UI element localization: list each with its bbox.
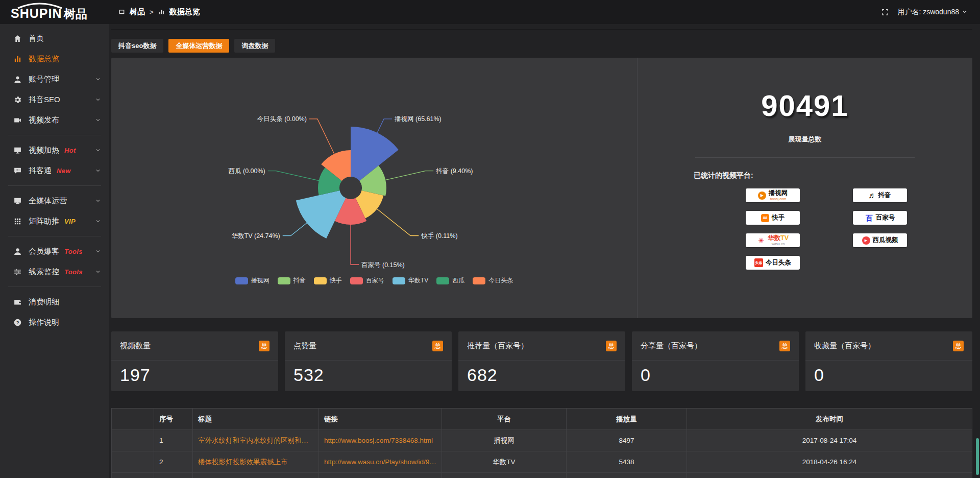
sidebar-item-抖音SEO[interactable]: 抖音SEO [0,89,109,110]
wasu-logo-icon: ✳ [757,236,765,245]
cell-index: 2 [154,451,193,473]
pie-label-抖音: 抖音 (9.40%) [435,168,473,175]
stat-card-value: 0 [632,361,799,385]
sidebar-item-会员爆客[interactable]: 会员爆客Tools [0,241,109,261]
legend-item-西瓜[interactable]: 西瓜 [436,276,464,285]
platform-badge-百家号: 百百家号 [853,211,907,225]
question-icon: ? [13,318,22,327]
platforms-title: 已统计的视频平台: [694,171,972,180]
legend-item-播视网[interactable]: 播视网 [235,276,270,285]
cell-checkbox [112,451,154,473]
chevron-down-icon [95,76,101,82]
rose-chart: 播视网 (65.61%)抖音 (9.40%)快手 (0.11%)百家号 (0.1… [111,58,637,298]
platform-name-wrap: 华数TVwasu.cn [768,235,789,246]
sidebar-item-label: 矩阵助推 [29,217,59,226]
screen-icon [13,146,22,155]
sidebar-divider [8,286,101,287]
home-icon [13,34,22,43]
chat-icon [13,166,22,175]
stat-card-推荐量（百家号）: 推荐量（百家号）总682 [458,331,625,391]
sidebar-item-首页[interactable]: 首页 [0,28,109,49]
sidebar-item-视频发布[interactable]: 视频发布 [0,110,109,130]
table-row: 2楼体投影灯投影效果震撼上市http://www.wasu.cn/Play/sh… [112,451,972,473]
cell-time: 2018-04-26 16:24 [687,451,972,473]
scrollbar-thumb[interactable] [976,438,979,475]
legend-item-快手[interactable]: 快手 [314,276,342,285]
sidebar-item-账号管理[interactable]: 账号管理 [0,69,109,89]
gear-icon [13,95,22,104]
legend-chip [393,277,405,284]
screen-icon [13,146,22,155]
cell-plays: 8497 [567,430,687,451]
platform-badges: ▶播视网boosj.com♬抖音88快手百百家号✳华数TVwasu.cn▶西瓜视… [719,188,934,270]
tab-抖音seo数据[interactable]: 抖音seo数据 [111,39,163,53]
cell-empty [567,473,687,478]
sidebar-item-label: 会员爆客 [29,247,59,256]
breadcrumb-root[interactable]: 树品 [130,7,145,17]
bar-chart-icon [158,9,165,15]
sidebar-item-数据总览[interactable]: 数据总览 [0,49,109,69]
chart-icon [13,55,22,63]
fullscreen-icon[interactable] [881,8,889,16]
legend-item-华数TV[interactable]: 华数TV [393,276,428,285]
legend-item-百家号[interactable]: 百家号 [350,276,384,285]
sidebar-item-label: 数据总览 [29,54,59,64]
stat-card-value: 532 [285,361,452,385]
app-window-icon [118,9,125,15]
stat-card-title: 收藏量（百家号） [814,341,875,351]
platform-domain: wasu.cn [772,242,785,246]
cell-link[interactable]: http://www.wasu.cn/Play/show/id/952... [319,451,442,473]
username-label: 用户名: zswodun88 [897,8,959,17]
platform-name-part: TV [780,234,789,242]
chevron-down-icon [95,147,101,153]
stat-card-title: 推荐量（百家号） [467,341,528,351]
pie-label-line [351,224,359,265]
stat-card-value: 0 [805,361,972,385]
total-badge: 总 [432,341,443,351]
rose-chart-area: 播视网 (65.61%)抖音 (9.40%)快手 (0.11%)百家号 (0.1… [111,58,637,318]
col-header-链接: 链接 [319,409,442,430]
table-row-partial [112,473,972,478]
sidebar-item-label: 全媒体运营 [29,196,67,206]
home-icon [13,34,22,43]
topbar-right: 用户名: zswodun88 [881,8,980,17]
legend-chip [436,277,449,284]
tab-询盘数据[interactable]: 询盘数据 [234,39,275,53]
sliders-icon [13,268,22,276]
legend-item-今日头条[interactable]: 今日头条 [473,276,513,285]
tab-全媒体运营数据[interactable]: 全媒体运营数据 [168,39,229,53]
chevron-down-icon [95,269,101,275]
platform-name-wrap: 抖音 [878,192,891,199]
sidebar-item-label: 账号管理 [29,75,59,84]
platform-name-wrap: 今日头条 [766,259,791,266]
cell-link[interactable]: http://www.boosj.com/7338468.html [319,430,442,451]
chevron-down-icon [95,168,101,174]
platform-badge-西瓜视频: ▶西瓜视频 [853,233,907,247]
cell-empty [319,473,442,478]
pie-label-line [377,209,419,236]
sidebar-item-操作说明[interactable]: ?操作说明 [0,312,109,332]
platform-badge-快手: 88快手 [746,211,800,225]
grid-icon [13,217,22,226]
shupin-logo: SHUPIN 树品 [10,3,100,22]
summary-panel: 90491 展现量总数 已统计的视频平台: ▶播视网boosj.com♬抖音88… [637,58,972,318]
sidebar-item-线索监控[interactable]: 线索监控Tools [0,261,109,282]
legend-item-抖音[interactable]: 抖音 [278,276,306,285]
grid-icon [13,217,22,226]
kuaishou-logo-icon: 88 [761,214,769,222]
table-row: 1室外水纹灯和室内水纹灯的区别和简介http://www.boosj.com/7… [112,430,972,451]
chevron-down-icon [962,8,968,16]
sidebar-item-消费明细[interactable]: 消费明细 [0,292,109,312]
sidebar-item-矩阵助推[interactable]: 矩阵助推VIP [0,211,109,231]
stat-card-header: 推荐量（百家号）总 [458,331,625,361]
sidebar-divider [8,185,101,186]
pie-label-line [283,223,307,236]
platform-name-part: 华数 [768,234,780,242]
pie-label-西瓜: 西瓜 (0.00%) [229,168,265,175]
sidebar-item-全媒体运营[interactable]: 全媒体运营 [0,190,109,211]
wallet-icon [13,298,22,306]
sidebar-item-视频加热[interactable]: 视频加热Hot [0,140,109,160]
sidebar-item-抖客通[interactable]: 抖客通New [0,160,109,181]
legend-label: 西瓜 [452,276,464,285]
user-menu[interactable]: 用户名: zswodun88 [897,8,968,17]
